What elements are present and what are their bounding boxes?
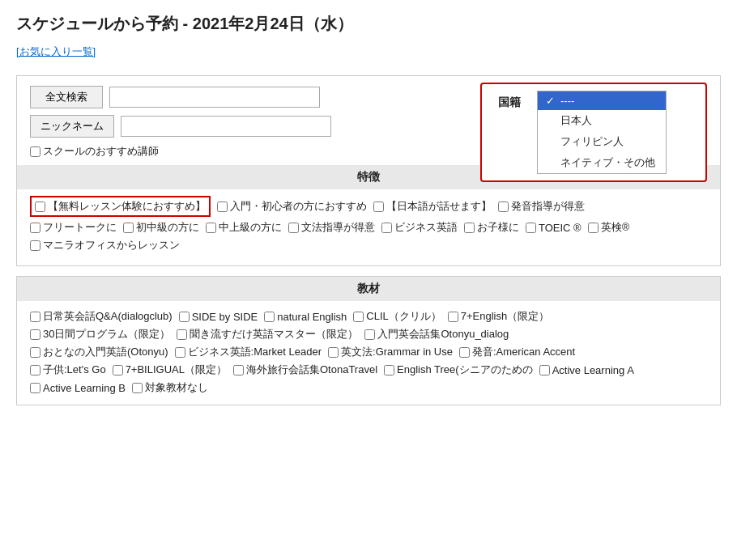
- checkbox-k18[interactable]: [30, 383, 40, 393]
- checkbox-k3[interactable]: [264, 312, 275, 322]
- kyozai-item-k17[interactable]: Active Learning A: [539, 364, 634, 376]
- feature-checkbox-f2[interactable]: 入門・初心者の方におすすめ: [217, 199, 367, 214]
- checkbox-k19[interactable]: [132, 383, 143, 393]
- checkbox-k13[interactable]: [30, 365, 40, 375]
- kyozai-label-k5: 7+English（限定）: [461, 309, 549, 324]
- nationality-option-0[interactable]: ✓ ----: [538, 91, 666, 110]
- kyozai-label-k15: 海外旅行会話集OtonaTravel: [246, 363, 377, 377]
- checkbox-k8[interactable]: [364, 329, 375, 340]
- feature-checkbox-f10[interactable]: お子様に: [464, 220, 519, 235]
- kyozai-section: 教材 日常英会話Q&A(dialogclub) SIDE by SIDE nat…: [16, 276, 721, 405]
- kyozai-row-2: 30日間プログラム（限定） 聞き流すだけ英語マスター（限定） 入門英会話集Oto…: [30, 327, 707, 342]
- kyozai-item-k16[interactable]: English Tree(シニアのための: [384, 363, 533, 377]
- nationality-label: 国籍: [488, 92, 530, 113]
- kyozai-item-k10[interactable]: ビジネス英語:Market Leader: [175, 345, 322, 359]
- kyozai-item-k19[interactable]: 対象教材なし: [132, 380, 208, 395]
- check-icon: ✓: [546, 95, 557, 107]
- kyozai-item-k8[interactable]: 入門英会話集Otonyu_dialog: [364, 327, 509, 342]
- recommend-label: スクールのおすすめ講師: [43, 144, 159, 159]
- feature-checkbox-f5[interactable]: フリートークに: [30, 220, 117, 235]
- checkbox-f12[interactable]: [588, 223, 599, 233]
- kyozai-label-k14: 7+BILIGUAL（限定）: [126, 363, 227, 377]
- feature-checkbox-f12[interactable]: 英検®: [588, 220, 630, 235]
- checkbox-k11[interactable]: [328, 347, 339, 358]
- nationality-option-3[interactable]: ネイティブ・その他: [538, 152, 666, 173]
- checkbox-f4[interactable]: [498, 202, 509, 212]
- nationality-option-2[interactable]: フィリピン人: [538, 131, 666, 152]
- feature-label-f13: マニラオフィスからレッスン: [43, 238, 180, 252]
- kyozai-label-k8: 入門英会話集Otonyu_dialog: [377, 327, 509, 342]
- checkbox-k14[interactable]: [113, 365, 123, 375]
- checkbox-f13[interactable]: [30, 240, 40, 251]
- kyozai-item-k1[interactable]: 日常英会話Q&A(dialogclub): [30, 309, 173, 324]
- feature-checkbox-f3[interactable]: 【日本語が話せます】: [373, 199, 492, 214]
- kyozai-item-k12[interactable]: 発音:American Accent: [459, 345, 575, 359]
- checkbox-f9[interactable]: [381, 223, 392, 233]
- nationality-inner: 国籍 ✓ ---- 日本人 フィリピン人 ネイティブ・その他: [488, 91, 699, 174]
- kyozai-label-k18: Active Learning B: [43, 382, 126, 394]
- checkbox-k5[interactable]: [448, 312, 458, 322]
- kyozai-item-k15[interactable]: 海外旅行会話集OtonaTravel: [233, 363, 377, 377]
- kyozai-item-k7[interactable]: 聞き流すだけ英語マスター（限定）: [177, 327, 358, 342]
- kyozai-item-k18[interactable]: Active Learning B: [30, 382, 126, 394]
- kyozai-label-k9: おとなの入門英語(Otonyu): [43, 345, 168, 359]
- checkbox-k7[interactable]: [177, 329, 187, 340]
- nationality-option-1[interactable]: 日本人: [538, 110, 666, 131]
- checkbox-k1[interactable]: [30, 312, 40, 322]
- feature-checkbox-f1[interactable]: 【無料レッスン体験におすすめ】: [30, 196, 211, 217]
- nickname-input[interactable]: [121, 116, 331, 137]
- feature-checkbox-f4[interactable]: 発音指導が得意: [498, 199, 585, 214]
- nationality-dropdown[interactable]: ✓ ---- 日本人 フィリピン人 ネイティブ・その他: [537, 91, 667, 174]
- recommend-checkbox[interactable]: [30, 146, 40, 157]
- checkbox-f7[interactable]: [206, 223, 216, 233]
- fulltext-button[interactable]: 全文検索: [30, 86, 103, 108]
- checkbox-k15[interactable]: [233, 365, 244, 375]
- checkbox-f1[interactable]: [35, 202, 45, 212]
- checkbox-f2[interactable]: [217, 202, 228, 212]
- nickname-button[interactable]: ニックネーム: [30, 115, 114, 138]
- kyozai-label-k3: natural English: [277, 311, 347, 323]
- kyozai-row-3: おとなの入門英語(Otonyu) ビジネス英語:Market Leader 英文…: [30, 345, 707, 359]
- feature-checkbox-f7[interactable]: 中上級の方に: [206, 220, 282, 235]
- fulltext-input[interactable]: [109, 87, 320, 108]
- checkbox-k12[interactable]: [459, 347, 470, 358]
- feature-label-f9: ビジネス英語: [394, 220, 458, 235]
- favorites-link[interactable]: [お気に入り一覧]: [16, 45, 721, 59]
- checkbox-k9[interactable]: [30, 347, 40, 358]
- nationality-option-0-label: ----: [560, 95, 574, 107]
- checkbox-f6[interactable]: [123, 223, 134, 233]
- checkbox-k10[interactable]: [175, 347, 185, 358]
- feature-label-f6: 初中級の方に: [136, 220, 199, 235]
- kyozai-item-k6[interactable]: 30日間プログラム（限定）: [30, 327, 170, 342]
- checkbox-f10[interactable]: [464, 223, 475, 233]
- kyozai-item-k2[interactable]: SIDE by SIDE: [179, 311, 258, 323]
- kyozai-item-k5[interactable]: 7+English（限定）: [448, 309, 549, 324]
- kyozai-item-k11[interactable]: 英文法:Grammar in Use: [328, 345, 453, 359]
- features-section: 【無料レッスン体験におすすめ】 入門・初心者の方におすすめ 【日本語が話せます】…: [30, 196, 707, 252]
- feature-checkbox-f8[interactable]: 文法指導が得意: [288, 220, 375, 235]
- checkbox-k6[interactable]: [30, 329, 40, 340]
- checkbox-k4[interactable]: [353, 312, 364, 322]
- feature-label-f10: お子様に: [477, 220, 519, 235]
- kyozai-label-k1: 日常英会話Q&A(dialogclub): [43, 309, 173, 324]
- kyozai-item-k3[interactable]: natural English: [264, 311, 347, 323]
- kyozai-item-k4[interactable]: CLIL（クリル）: [353, 309, 441, 324]
- feature-checkbox-f11[interactable]: TOEIC ®: [526, 222, 582, 234]
- kyozai-item-k9[interactable]: おとなの入門英語(Otonyu): [30, 345, 168, 359]
- checkbox-k17[interactable]: [539, 365, 550, 375]
- kyozai-label-k19: 対象教材なし: [145, 380, 208, 395]
- feature-checkbox-f6[interactable]: 初中級の方に: [123, 220, 199, 235]
- feature-checkbox-f13[interactable]: マニラオフィスからレッスン: [30, 238, 180, 252]
- recommend-checkbox-label[interactable]: スクールのおすすめ講師: [30, 144, 159, 159]
- checkbox-f5[interactable]: [30, 223, 40, 233]
- checkbox-f3[interactable]: [373, 202, 384, 212]
- kyozai-label-k7: 聞き流すだけ英語マスター（限定）: [190, 327, 358, 342]
- kyozai-label-k12: 発音:American Accent: [472, 345, 575, 359]
- checkbox-f8[interactable]: [288, 223, 299, 233]
- checkbox-f11[interactable]: [526, 223, 536, 233]
- feature-checkbox-f9[interactable]: ビジネス英語: [381, 220, 458, 235]
- checkbox-k16[interactable]: [384, 365, 394, 375]
- kyozai-item-k14[interactable]: 7+BILIGUAL（限定）: [113, 363, 227, 377]
- checkbox-k2[interactable]: [179, 312, 190, 322]
- kyozai-item-k13[interactable]: 子供:Let's Go: [30, 363, 106, 377]
